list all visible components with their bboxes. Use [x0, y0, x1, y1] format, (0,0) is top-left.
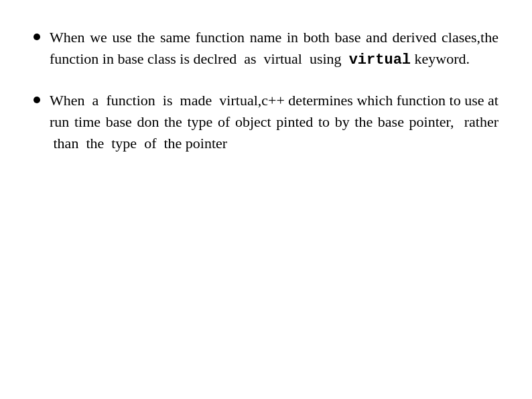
list-item: When a function is made virtual,c++ dete…	[34, 90, 498, 154]
bullet-dot	[34, 34, 40, 40]
bullet-text-2: When a function is made virtual,c++ dete…	[50, 90, 498, 154]
slide-container: When we use the same function name in bo…	[0, 0, 532, 399]
bullet-list: When we use the same function name in bo…	[34, 27, 498, 154]
bullet-text-1: When we use the same function name in bo…	[50, 27, 498, 71]
bullet-dot	[34, 97, 40, 103]
list-item: When we use the same function name in bo…	[34, 27, 498, 71]
virtual-keyword-1: virtual	[349, 52, 411, 68]
